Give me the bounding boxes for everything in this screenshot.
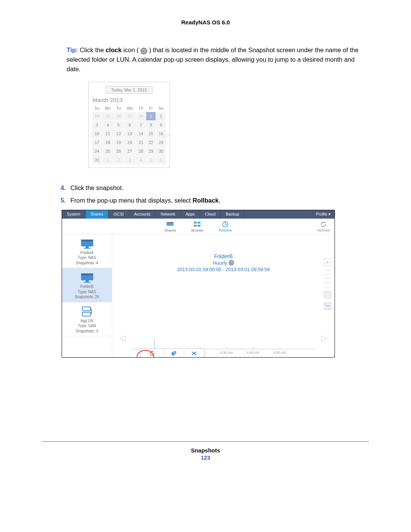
calendar-day[interactable]: 21 (136, 138, 146, 147)
nav-shares[interactable]: Shares (86, 210, 108, 219)
nav-apps[interactable]: Apps (181, 210, 200, 219)
sidebar-item-biglun[interactable]: bigLUNType: SANSnapshots: 3 (62, 302, 112, 337)
zoom-out-button[interactable]: − (324, 302, 331, 310)
content-folder-name: FolderB (115, 253, 331, 259)
toolbar-shares-label: Shares (164, 228, 176, 232)
step-4: 4. Click the snapshot. (59, 183, 369, 193)
svg-rect-16 (82, 307, 91, 311)
snapshot-marker[interactable] (154, 339, 155, 349)
popup-rollback[interactable]: Rollback (140, 349, 164, 358)
zoom-handle[interactable] (324, 291, 331, 299)
calendar-prev-icon[interactable]: ◁ (88, 131, 93, 139)
tip-paragraph: Tip: Click the clock icon ( ) that is lo… (67, 45, 369, 73)
calendar-day[interactable]: 4 (102, 121, 113, 129)
sidebar-item-snapshots: Snapshots: 3 (64, 329, 110, 334)
calendar-day[interactable]: 26 (114, 112, 124, 121)
step-4-text: Click the snapshot. (70, 183, 123, 193)
sidebar-item-folderb[interactable]: FolderBType: NASSnapshots: 26 (62, 268, 112, 302)
calendar-day[interactable]: 19 (114, 138, 124, 147)
delete-icon (191, 350, 198, 356)
calendar-today-button[interactable]: Today, Mar 1, 2013 (105, 86, 152, 94)
calendar-month-label: March 2013 (92, 97, 166, 103)
popup-delete-label: Delete (189, 357, 200, 358)
nav-system[interactable]: System (62, 210, 86, 219)
calendar-day[interactable]: 3 (124, 156, 136, 165)
calendar-day[interactable]: 2 (156, 112, 166, 121)
calendar-day[interactable]: 22 (146, 138, 156, 147)
timeline-prev-icon[interactable]: ◁ (119, 333, 126, 343)
clock-icon[interactable] (229, 260, 234, 265)
calendar-day[interactable]: 29 (146, 147, 156, 156)
popup-clone[interactable]: Clone (164, 349, 184, 358)
calendar-day[interactable]: 3 (92, 121, 102, 129)
calendar-day[interactable]: 1 (146, 112, 156, 121)
calendar-day[interactable]: 10 (92, 129, 102, 138)
calendar-day[interactable]: 9 (156, 121, 166, 129)
browse-icon (193, 221, 201, 228)
footer-page-number: 123 (42, 454, 369, 461)
calendar-day[interactable]: 23 (156, 138, 166, 147)
calendar-day[interactable]: 26 (114, 147, 124, 156)
page-footer: Snapshots 123 (42, 441, 369, 461)
timeline[interactable]: ◁ ▷ 9:30 AM 9:40 AM 9:50 AM (120, 332, 315, 349)
calendar-day[interactable]: 8 (146, 121, 156, 129)
calendar-day[interactable]: 11 (102, 129, 113, 138)
nav-accounts[interactable]: Accounts (129, 210, 156, 219)
calendar-day[interactable]: 27 (124, 112, 136, 121)
content-date-range: 2013-03-01 09:00:00 - 2013-03-01 09:59:5… (115, 267, 331, 272)
toolbar-refresh[interactable]: Refresh (317, 221, 330, 232)
calendar-day[interactable]: 17 (92, 138, 102, 147)
zoom-in-button[interactable]: + (324, 259, 331, 266)
rail-divider (324, 287, 331, 287)
svg-rect-3 (194, 222, 197, 224)
calendar-day[interactable]: 25 (102, 112, 113, 121)
toolbar-browse[interactable]: Browse (191, 221, 203, 232)
calendar-day[interactable]: 1 (102, 156, 113, 165)
calendar-day[interactable]: 27 (124, 147, 136, 156)
calendar-day[interactable]: 28 (136, 112, 146, 121)
calendar-day[interactable]: 13 (124, 129, 136, 138)
folder-icon (80, 238, 94, 249)
sidebar-item-name: FolderA (64, 250, 110, 256)
calendar-day[interactable]: 7 (136, 121, 146, 129)
calendar-day[interactable]: 24 (92, 147, 102, 156)
sidebar-item-foldera[interactable]: FolderAType: NASSnapshots: 4 (62, 234, 112, 268)
calendar-next-icon[interactable]: ▷ (165, 131, 170, 139)
timeline-label: 9:50 AM (273, 351, 286, 355)
sidebar-item-type: Type: SAN (64, 323, 110, 329)
calendar-day[interactable]: 14 (136, 129, 146, 138)
tip-bold-clock: clock (105, 46, 121, 53)
calendar-day[interactable]: 5 (146, 156, 156, 165)
calendar-day[interactable]: 5 (114, 121, 124, 129)
content-frequency: Hourly (213, 260, 234, 266)
calendar-day[interactable]: 15 (146, 129, 156, 138)
calendar-day[interactable]: 6 (156, 156, 166, 165)
calendar-day[interactable]: 6 (124, 121, 136, 129)
calendar-day[interactable]: 30 (156, 147, 166, 156)
calendar-day[interactable]: 25 (102, 147, 113, 156)
nav-profile[interactable]: Profile ▾ (312, 210, 335, 219)
calendar-day[interactable]: 12 (114, 129, 124, 138)
calendar-day[interactable]: 28 (136, 147, 146, 156)
timeline-next-icon[interactable]: ▷ (321, 333, 328, 343)
sidebar-item-snapshots: Snapshots: 4 (64, 260, 110, 266)
nav-iscsi[interactable]: iSCSI (108, 210, 129, 219)
calendar-day[interactable]: 2 (114, 156, 124, 165)
footer-section: Snapshots (42, 447, 369, 454)
popup-delete[interactable]: Delete (184, 349, 204, 358)
calendar-grid[interactable]: SuMoTuWeThFrSa24252627281234567891011121… (92, 105, 166, 165)
nav-network[interactable]: Network (156, 210, 181, 219)
calendar-day[interactable]: 4 (136, 156, 146, 165)
calendar-day[interactable]: 24 (92, 112, 102, 121)
nav-backup[interactable]: Backup (221, 210, 244, 219)
nav-cloud[interactable]: Cloud (200, 210, 221, 219)
toolbar-shares[interactable]: Shares (164, 221, 176, 232)
calendar-day[interactable]: 31 (92, 156, 102, 165)
toolbar-timeline[interactable]: Timeline (218, 221, 232, 232)
timeline-label: 9:40 AM (247, 351, 259, 355)
calendar-day[interactable]: 20 (124, 138, 136, 147)
lun-icon (80, 306, 94, 318)
toolbar: Shares Browse Timeline Refresh (62, 219, 335, 234)
calendar-day[interactable]: 18 (102, 138, 113, 147)
step-4-number: 4. (59, 183, 66, 193)
